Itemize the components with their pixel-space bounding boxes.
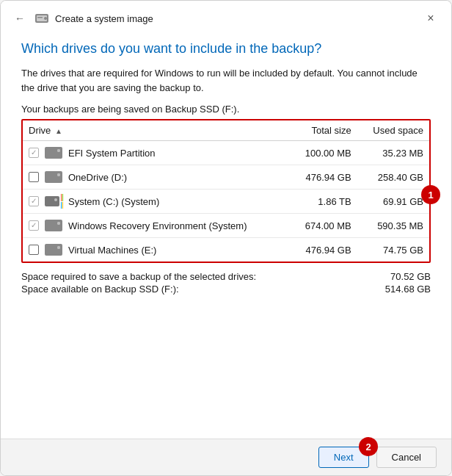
drive-icon-2 (45, 195, 62, 208)
drive-checkbox-2 (29, 196, 39, 206)
cancel-button[interactable]: Cancel (376, 447, 437, 468)
close-button[interactable]: × (420, 8, 441, 29)
space-required-row: Space required to save a backup of the s… (21, 270, 431, 283)
main-window: ← Create a system image × Which drives d… (0, 0, 452, 476)
space-required-label: Space required to save a backup of the s… (21, 271, 256, 282)
drive-name-3: Windows Recovery Environment (System) (68, 220, 247, 231)
description-text: The drives that are required for Windows… (21, 66, 431, 95)
col-used-header: Used space (357, 120, 429, 141)
table-row: EFI System Partition100.00 MB35.23 MB (23, 141, 429, 165)
drive-total-3: 674.00 MB (290, 214, 357, 238)
drive-icon-1 (45, 170, 62, 184)
drive-name-1: OneDrive (D:) (68, 172, 127, 183)
drive-used-3: 590.35 MB (357, 214, 429, 238)
drive-used-1: 258.40 GB (357, 165, 429, 190)
drive-total-4: 476.94 GB (290, 238, 357, 262)
col-drive-header: Drive ▲ (23, 120, 290, 141)
svg-rect-3 (37, 17, 43, 18)
space-available-value: 514.68 GB (385, 284, 431, 295)
table-row: System (C:) (System)1.86 TB69.91 GB (23, 190, 429, 214)
back-button[interactable]: ← (11, 10, 29, 27)
badge-1: 1 (421, 185, 440, 204)
space-available-label: Space available on Backup SSD (F:): (21, 284, 179, 295)
drive-total-1: 476.94 GB (290, 165, 357, 190)
table-row: Windows Recovery Environment (System)674… (23, 214, 429, 238)
drive-name-0: EFI System Partition (68, 148, 155, 159)
window-title: Create a system image (55, 13, 153, 24)
drive-name-4: Virtual Machines (E:) (68, 245, 156, 256)
sort-arrow-icon: ▲ (55, 127, 62, 135)
space-info: Space required to save a backup of the s… (21, 270, 431, 295)
space-available-row: Space available on Backup SSD (F:): 514.… (21, 283, 431, 295)
col-total-header: Total size (290, 120, 357, 141)
drive-cell-4: Virtual Machines (E:) (23, 238, 290, 262)
drives-table-wrapper: Drive ▲ Total size Used space EFI System… (21, 119, 431, 270)
drive-name-2: System (C:) (System) (68, 196, 159, 207)
title-bar: ← Create a system image × (1, 1, 451, 33)
table-row: OneDrive (D:)476.94 GB258.40 GB (23, 165, 429, 190)
drive-checkbox-3 (29, 220, 39, 231)
main-content: Which drives do you want to include in t… (1, 33, 451, 439)
drive-checkbox-1[interactable] (29, 172, 39, 182)
space-required-value: 70.52 GB (390, 271, 431, 282)
drive-used-0: 35.23 MB (357, 141, 429, 165)
drives-table-container: Drive ▲ Total size Used space EFI System… (21, 119, 431, 263)
table-header-row: Drive ▲ Total size Used space (23, 120, 429, 141)
badge-2: 2 (359, 437, 378, 456)
drive-used-2: 69.91 GB (357, 190, 429, 214)
drive-cell-2: System (C:) (System) (23, 190, 290, 214)
drive-checkbox-0 (29, 148, 39, 158)
drive-checkbox-4[interactable] (29, 245, 39, 255)
drive-cell-0: EFI System Partition (23, 141, 290, 165)
drive-icon-3 (45, 219, 62, 232)
drive-used-4: 74.75 GB (357, 238, 429, 262)
drive-icon-4 (45, 243, 62, 256)
drive-icon-0 (45, 146, 62, 159)
page-heading: Which drives do you want to include in t… (21, 40, 431, 57)
drive-cell-1: OneDrive (D:) (23, 165, 290, 190)
drive-total-0: 100.00 MB (290, 141, 357, 165)
title-bar-left: ← Create a system image (11, 10, 153, 27)
svg-point-2 (44, 17, 47, 20)
drive-cell-3: Windows Recovery Environment (System) (23, 214, 290, 238)
drives-table: Drive ▲ Total size Used space EFI System… (23, 120, 429, 262)
backup-location-text: Your backups are being saved on Backup S… (21, 104, 431, 115)
window-icon (34, 11, 49, 26)
table-row: Virtual Machines (E:)476.94 GB74.75 GB (23, 238, 429, 262)
footer: 2 Next Cancel (1, 439, 451, 475)
drive-total-2: 1.86 TB (290, 190, 357, 214)
